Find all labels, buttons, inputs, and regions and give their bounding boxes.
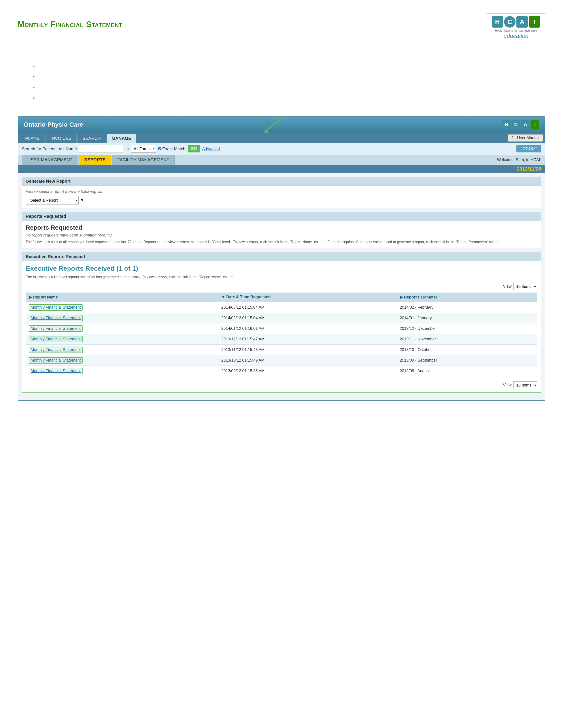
logo-h: H [492,16,503,28]
view-select-bottom[interactable]: 10 Items [513,381,537,389]
view-bar-top: View 10 Items [26,283,537,290]
view-label-bottom: View [503,383,512,387]
bullet-section [0,56,563,112]
executive-reports-description: The following is a list of all reports t… [26,274,537,280]
app-header: Ontario Physio Care H C A I [18,117,545,133]
reports-table-body: Monthly Financial Statement2014/03/12 01… [26,302,537,376]
main-content: Generate New Report Please select a repo… [18,173,545,400]
table-cell-datetime: 2013/10/12 01:15:49 AM [218,355,397,366]
table-cell-name: Monthly Financial Statement [26,323,218,334]
view-label-top: View [503,284,512,289]
app-logo-i: I [531,120,539,129]
search-label: Search for Patient Last Name [22,146,77,151]
reports-requested-header: Reports Requested [22,212,541,221]
reports-requested-description: The following is a list of all reports y… [26,239,537,245]
hcai-logo: H C A I Health Claims for Auto Insurance… [487,13,545,42]
logout-button[interactable]: LOGOUT [516,145,541,152]
report-name-link[interactable]: Monthly Financial Statement [29,315,83,321]
exact-match-label[interactable]: Exact Match [158,146,185,151]
app-logo-h: H [502,120,511,129]
date-bar: 2012/11/28 [18,165,545,173]
bullet-list [33,60,545,103]
page-header: Monthly Financial Statement H C A I Heal… [0,0,563,47]
reports-table-header-row: ▶ Report Name ▼ Date & Time Requested ▶ … [26,293,537,302]
table-cell-param: 2013/10 - October [397,344,537,355]
nav-tab-invoices[interactable]: INVOICES [45,134,77,143]
logo-a: A [516,16,528,28]
table-cell-name: Monthly Financial Statement [26,313,218,323]
table-cell-param: 2013/09 - September [397,355,537,366]
sub-nav-user-management[interactable]: USER MANAGEMENT [22,155,78,165]
nav-tab-plans[interactable]: PLANS [20,134,45,143]
header-divider [18,47,545,47]
view-bar-bottom: View 10 Items [26,379,537,389]
go-button[interactable]: GO [188,145,200,152]
welcome-text: Welcome, Sam, to HCAI. [497,155,541,164]
search-in-label: in [125,146,129,151]
col-param[interactable]: ▶ Report Parameter [397,293,537,302]
sub-nav-facility-management[interactable]: FACILITY MANAGEMENT [112,155,175,165]
exact-match-checkbox[interactable] [158,147,161,150]
bullet-item-4 [33,92,545,103]
col-report-name-sort: ▶ [29,295,32,299]
table-cell-datetime: 2014/01/12 01:16:01 AM [218,323,397,334]
table-cell-param: 2014/01 - January [397,313,537,323]
table-cell-name: Monthly Financial Statement [26,344,218,355]
report-name-link[interactable]: Monthly Financial Statement [29,368,83,374]
nav-tab-search[interactable]: SEARCH [77,134,106,143]
table-cell-name: Monthly Financial Statement [26,334,218,344]
table-row: Monthly Financial Statement2014/02/12 01… [26,313,537,323]
table-row: Monthly Financial Statement2013/09/12 01… [26,366,537,376]
app-logo: H C A I [502,120,539,129]
app-window: Ontario Physio Care H C A I PLANS INVOIC… [18,116,545,401]
table-cell-datetime: 2013/09/12 01:15:36 AM [218,366,397,376]
col-datetime-sort: ▼ [221,295,225,299]
view-select-top[interactable]: 10 Items [513,283,537,290]
col-datetime[interactable]: ▼ Date & Time Requested [218,293,397,302]
logo-tagline: Health Claims for Auto Insurance [495,29,537,33]
col-report-name-label: Report Name [33,295,58,299]
report-select[interactable]: Select a Report [26,196,79,205]
table-row: Monthly Financial Statement2013/12/12 01… [26,334,537,344]
table-row: Monthly Financial Statement2014/01/12 01… [26,323,537,334]
table-row: Monthly Financial Statement2013/11/12 01… [26,344,537,355]
user-manual-button[interactable]: ? - User Manual [508,134,543,142]
nav-right: ? - User Manual [508,134,543,143]
bullet-item-3 [33,82,545,92]
reports-table: ▶ Report Name ▼ Date & Time Requested ▶ … [26,293,537,376]
table-cell-param: 2013/08 - August [397,366,537,376]
report-name-link[interactable]: Monthly Financial Statement [29,347,83,353]
report-name-link[interactable]: Monthly Financial Statement [29,304,83,311]
logo-education: education [504,33,529,39]
sub-nav-reports[interactable]: REPORTS [79,155,111,165]
table-cell-param: 2013/12 - December [397,323,537,334]
page-title: Monthly Financial Statement [18,20,122,29]
table-cell-param: 2014/02 - February [397,302,537,313]
advanced-link[interactable]: Advanced [202,146,220,151]
reports-requested-section: Reports Requested Reports Requested No r… [22,212,541,248]
executive-reports-section: Executive Reports Received Executive Rep… [22,252,541,393]
dropdown-icon: ▼ [80,198,84,202]
generate-report-section: Generate New Report Please select a repo… [22,177,541,208]
report-name-link[interactable]: Monthly Financial Statement [29,357,83,364]
table-cell-name: Monthly Financial Statement [26,302,218,313]
report-name-link[interactable]: Monthly Financial Statement [29,336,83,342]
nav-tabs-bar: PLANS INVOICES SEARCH MANAGE ? - User Ma… [18,133,545,143]
table-row: Monthly Financial Statement2013/10/12 01… [26,355,537,366]
executive-reports-body: Executive Reports Received (1 of 1) The … [22,261,541,392]
report-name-link[interactable]: Monthly Financial Statement [29,325,83,332]
form-type-select[interactable]: All Forms [131,145,156,153]
table-cell-name: Monthly Financial Statement [26,355,218,366]
col-report-name[interactable]: ▶ Report Name [26,293,218,302]
table-cell-param: 2013/11 - November [397,334,537,344]
select-report-row: Select a Report ▼ [26,196,537,205]
app-logo-c: C [512,120,520,129]
table-cell-datetime: 2014/02/12 01:15:04 AM [218,313,397,323]
col-param-sort: ▶ [400,295,403,299]
logo-letters: H C A I [492,16,540,28]
date-display: 2012/11/28 [517,166,541,172]
search-input[interactable] [79,145,123,152]
exact-match-text: Exact Match [162,146,185,151]
nav-tab-manage[interactable]: MANAGE [107,134,136,143]
sub-nav: USER MANAGEMENT REPORTS FACILITY MANAGEM… [18,155,545,165]
